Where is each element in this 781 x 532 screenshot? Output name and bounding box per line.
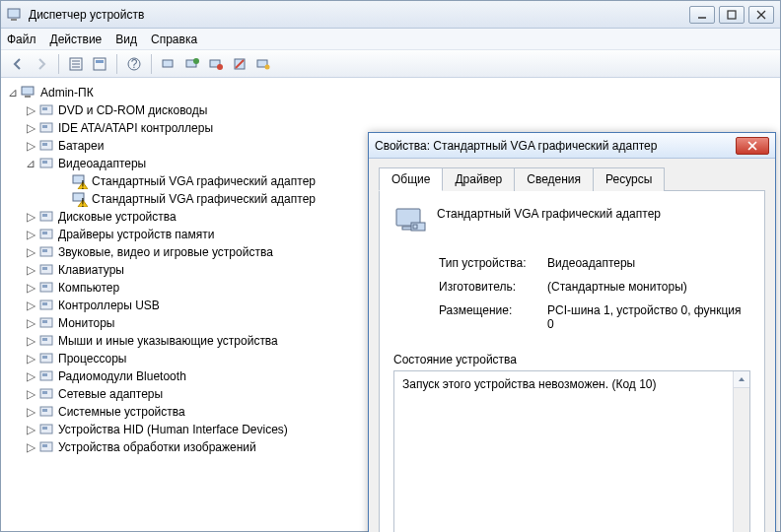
tb-scan-icon[interactable] [158,53,179,75]
device-category-icon [38,404,54,420]
tree-item-label: Admin-ПК [40,86,94,100]
tb-properties-icon[interactable] [89,53,110,75]
device-category-icon [38,227,54,242]
tab-details[interactable]: Сведения [514,167,594,191]
display-adapter-warn-icon: ! [72,173,88,189]
expand-toggle[interactable]: ▷ [25,103,36,117]
menu-help[interactable]: Справка [151,33,197,46]
svg-rect-26 [42,107,47,110]
expand-toggle[interactable]: ▷ [25,423,36,436]
close-button[interactable] [748,6,774,24]
tb-help-icon[interactable]: ? [123,53,145,75]
menu-view[interactable]: Вид [115,33,137,46]
expand-toggle[interactable]: ▷ [25,316,36,330]
menubar: Файл Действие Вид Справка [1,29,780,50]
tree-item-label: Видеоадаптеры [58,157,146,170]
tree-item-label: Батареи [58,139,104,153]
expand-toggle[interactable]: ⊿ [25,157,36,170]
device-category-icon [38,315,54,331]
tree-item-label: Мониторы [58,316,114,330]
maximize-button[interactable] [719,6,745,24]
svg-rect-3 [728,11,736,19]
expand-toggle[interactable]: ▷ [25,405,36,419]
tree-root[interactable]: ⊿Admin-ПК [5,84,776,101]
type-label: Тип устройства: [439,256,547,270]
expand-toggle[interactable]: ▷ [25,245,36,259]
svg-text:?: ? [131,57,138,71]
device-manager-window: Диспетчер устройств Файл Действие Вид Сп… [0,0,781,532]
tree-item-label: Драйверы устройств памяти [58,228,214,241]
device-status-box[interactable]: Запуск этого устройства невозможен. (Код… [393,370,750,532]
device-category-icon [38,138,54,154]
dialog-titlebar: Свойства: Стандартный VGA графический ад… [369,133,775,159]
expand-toggle[interactable]: ▷ [25,121,36,135]
tree-item-label: Процессоры [58,352,127,366]
svg-rect-11 [96,60,104,63]
app-icon [7,7,23,23]
tab-pane-general: Стандартный VGA графический адаптер Тип … [379,191,765,532]
dialog-close-button[interactable] [736,137,769,155]
svg-point-22 [265,64,270,69]
toolbar-separator [151,54,152,74]
expand-toggle[interactable]: ▷ [25,369,36,383]
scrollbar[interactable] [733,371,749,532]
expand-toggle[interactable]: ▷ [25,299,36,312]
window-title: Диспетчер устройств [29,8,689,22]
device-name: Стандартный VGA графический адаптер [437,205,661,221]
minimize-button[interactable] [689,6,715,24]
device-category-icon [38,156,54,171]
tree-item-label: IDE ATA/ATAPI контроллеры [58,121,213,135]
device-category-icon [38,333,54,349]
svg-rect-46 [42,267,47,270]
svg-rect-32 [42,161,47,164]
device-status-text: Запуск этого устройства невозможен. (Код… [402,377,656,391]
expand-toggle[interactable]: ⊿ [7,86,19,100]
svg-rect-54 [42,338,47,341]
svg-rect-66 [42,444,47,447]
tb-details-icon[interactable] [65,53,87,75]
tree-item-label: Устройства обработки изображений [58,440,256,454]
tree-item-0[interactable]: ▷DVD и CD-ROM дисководы [5,101,776,119]
svg-rect-64 [42,427,47,430]
expand-toggle[interactable]: ▷ [25,210,36,224]
tb-refresh-icon[interactable] [252,53,274,75]
expand-toggle[interactable]: ▷ [25,440,36,454]
svg-rect-10 [94,58,106,70]
forward-button[interactable] [31,53,52,75]
tb-disable-icon[interactable] [229,53,250,75]
back-button[interactable] [7,53,29,75]
menu-file[interactable]: Файл [7,33,36,46]
expand-toggle[interactable]: ▷ [25,281,36,295]
tb-update-icon[interactable] [181,53,203,75]
toolbar: ? [1,50,780,78]
svg-rect-42 [42,232,47,234]
menu-action[interactable]: Действие [50,33,103,46]
expand-toggle[interactable]: ▷ [25,228,36,241]
device-category-icon [38,439,54,455]
tab-general[interactable]: Общие [379,167,443,191]
dialog-body: Общие Драйвер Сведения Ресурсы Стандартн… [369,159,775,532]
tree-item-label: Звуковые, видео и игровые устройства [58,245,273,259]
svg-rect-0 [8,9,20,18]
expand-toggle[interactable]: ▷ [25,334,36,348]
tree-item-label: Компьютер [58,281,119,295]
scroll-up-icon[interactable] [734,371,749,388]
tab-resources[interactable]: Ресурсы [593,167,665,191]
properties-dialog: Свойства: Стандартный VGA графический ад… [368,132,776,532]
expand-toggle[interactable]: ▷ [25,263,36,277]
device-category-icon [38,298,54,313]
tab-driver[interactable]: Драйвер [442,167,515,191]
expand-toggle[interactable]: ▷ [25,139,36,153]
device-category-icon [38,244,54,260]
expand-toggle[interactable]: ▷ [25,387,36,401]
svg-rect-62 [42,409,47,412]
device-status-label: Состояние устройства [393,353,750,366]
type-value: Видеоадаптеры [547,256,750,270]
svg-rect-14 [163,60,173,67]
tree-item-label: Клавиатуры [58,263,124,277]
dialog-tabs: Общие Драйвер Сведения Ресурсы [379,166,765,191]
tb-uninstall-icon[interactable] [205,53,227,75]
tree-item-label: Устройства HID (Human Interface Devices) [58,423,288,436]
expand-toggle[interactable]: ▷ [25,352,36,366]
device-category-icon [38,368,54,384]
